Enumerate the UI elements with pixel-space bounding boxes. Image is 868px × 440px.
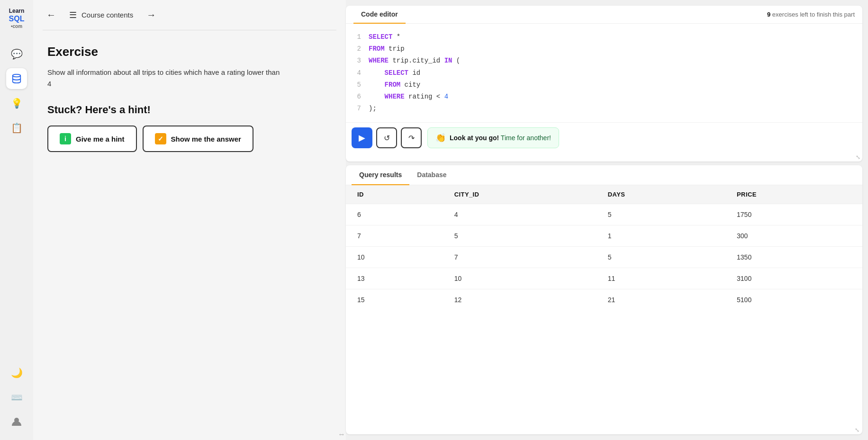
show-answer-label: Show me the answer: [171, 135, 241, 143]
table-row: 1310113100: [346, 268, 862, 289]
course-contents-label: Course contents: [81, 11, 133, 19]
cell-city_id: 5: [443, 225, 597, 247]
exercise-area: Exercise Show all information about all …: [33, 30, 346, 431]
sidebar-item-user[interactable]: [6, 412, 27, 432]
cell-id: 15: [346, 289, 443, 311]
show-answer-button[interactable]: ✓ Show me the answer: [143, 126, 253, 152]
code-line-3: 3 WHERE trip.city_id IN (: [352, 55, 857, 67]
code-editor-header: Code editor 9 exercises left to finish t…: [346, 6, 862, 24]
top-navigation: ← ☰ Course contents →: [33, 0, 346, 30]
course-contents-nav[interactable]: ☰ Course contents: [69, 10, 133, 20]
table-row: 10751350: [346, 247, 862, 268]
tab-query-results[interactable]: Query results: [352, 165, 409, 185]
code-line-5: 5 FROM city: [352, 79, 857, 91]
cell-days: 1: [597, 225, 725, 247]
cell-days: 11: [597, 268, 725, 289]
line-num-3: 3: [352, 55, 361, 67]
line-num-6: 6: [352, 91, 361, 103]
back-button[interactable]: ←: [43, 8, 60, 22]
sidebar: Learn SQL •com 💬 💡 📋 🌙 ⌨️: [0, 0, 33, 440]
cell-price: 5100: [725, 289, 862, 311]
next-button[interactable]: ↷: [401, 127, 422, 148]
cell-city_id: 4: [443, 204, 597, 225]
line-num-4: 4: [352, 67, 361, 79]
code-line-2: 2 FROM trip: [352, 43, 857, 55]
results-resize-handle[interactable]: ⤡: [346, 426, 862, 434]
table-row: 6451750: [346, 204, 862, 225]
sidebar-item-chat[interactable]: 💬: [6, 44, 27, 64]
table-row: 751300: [346, 225, 862, 247]
main-panel: ← ☰ Course contents → Exercise Show all …: [33, 0, 346, 440]
cell-id: 13: [346, 268, 443, 289]
resize-dots-icon: ⤡: [856, 154, 860, 161]
code-line-4: 4 SELECT id: [352, 67, 857, 79]
code-editor-resize[interactable]: ⤡: [346, 153, 862, 162]
success-message: 👏 Look at you go! Time for another!: [427, 127, 559, 148]
cell-days: 21: [597, 289, 725, 311]
cell-id: 6: [346, 204, 443, 225]
resize-icon: ⤡: [338, 431, 346, 439]
results-tabs: Query results Database: [346, 165, 862, 185]
sidebar-item-database[interactable]: [6, 68, 27, 89]
results-container: Query results Database ID CITY_ID DAYS P…: [346, 165, 862, 434]
success-text: Time for another!: [499, 134, 551, 142]
code-editor-tab[interactable]: Code editor: [353, 6, 406, 24]
tab-database[interactable]: Database: [409, 165, 454, 185]
code-line-7: 7 );: [352, 103, 857, 115]
code-line-1: 1 SELECT *: [352, 31, 857, 43]
table-header-row: ID CITY_ID DAYS PRICE: [346, 185, 862, 204]
exercises-left-count: 9: [767, 11, 770, 18]
results-table: ID CITY_ID DAYS PRICE 645175075130010751…: [346, 185, 862, 310]
exercises-left-text: exercises left to finish this part: [772, 11, 855, 18]
give-hint-label: Give me a hint: [76, 135, 125, 143]
line-num-7: 7: [352, 103, 361, 115]
table-row: 1512215100: [346, 289, 862, 311]
give-hint-button[interactable]: i Give me a hint: [47, 126, 137, 152]
code-line-6: 6 WHERE rating < 4: [352, 91, 857, 103]
sidebar-item-notes[interactable]: 📋: [6, 117, 27, 138]
code-area[interactable]: 1 SELECT * 2 FROM trip 3 WHERE trip.city…: [346, 24, 862, 122]
exercise-description: Show all information about all trips to …: [47, 67, 284, 90]
forward-button[interactable]: →: [143, 8, 160, 22]
success-bold: Look at you go!: [450, 134, 499, 142]
next-icon: ↷: [408, 134, 415, 143]
app-logo[interactable]: Learn SQL •com: [5, 8, 28, 30]
sidebar-item-lightbulb[interactable]: 💡: [6, 93, 27, 114]
exercise-title: Exercise: [47, 45, 332, 59]
sidebar-item-keyboard[interactable]: ⌨️: [6, 387, 27, 408]
col-header-city-id: CITY_ID: [443, 185, 597, 204]
cell-price: 1350: [725, 247, 862, 268]
logo-learn: Learn: [5, 8, 28, 14]
svg-point-0: [13, 74, 21, 77]
line-num-5: 5: [352, 79, 361, 91]
success-emoji: 👏: [435, 133, 446, 143]
cell-price: 3100: [725, 268, 862, 289]
reset-button[interactable]: ↺: [376, 127, 397, 148]
hint-section-title: Stuck? Here's a hint!: [47, 104, 332, 116]
hint-buttons-container: i Give me a hint ✓ Show me the answer: [47, 126, 332, 152]
main-resize-handle[interactable]: ⤡: [33, 431, 346, 440]
logo-sql: SQL: [5, 14, 28, 23]
cell-city_id: 7: [443, 247, 597, 268]
run-button[interactable]: ▶: [352, 127, 372, 148]
logo-com: •com: [5, 24, 28, 29]
hamburger-icon: ☰: [69, 10, 77, 20]
code-editor: Code editor 9 exercises left to finish t…: [346, 6, 862, 162]
results-resize-icon: ⤡: [855, 427, 859, 433]
col-header-id: ID: [346, 185, 443, 204]
cell-price: 300: [725, 225, 862, 247]
cell-price: 1750: [725, 204, 862, 225]
cell-city_id: 12: [443, 289, 597, 311]
hint-icon: i: [60, 133, 71, 144]
cell-id: 7: [346, 225, 443, 247]
cell-days: 5: [597, 247, 725, 268]
cell-id: 10: [346, 247, 443, 268]
sidebar-item-darkmode[interactable]: 🌙: [6, 362, 27, 383]
cell-city_id: 10: [443, 268, 597, 289]
col-header-price: PRICE: [725, 185, 862, 204]
col-header-days: DAYS: [597, 185, 725, 204]
results-table-wrapper[interactable]: ID CITY_ID DAYS PRICE 645175075130010751…: [346, 185, 862, 426]
answer-icon: ✓: [155, 133, 166, 144]
reset-icon: ↺: [384, 134, 390, 143]
run-icon: ▶: [359, 133, 365, 143]
